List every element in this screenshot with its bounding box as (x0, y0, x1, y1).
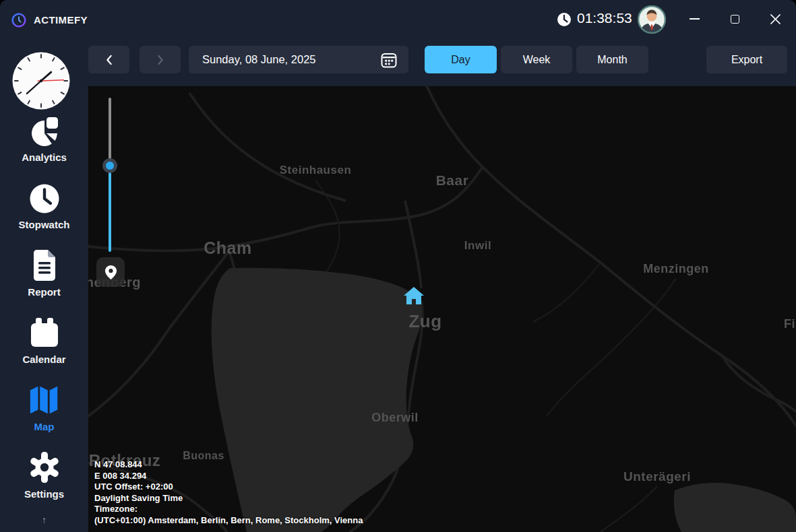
map-place-label: Steinhausen (280, 164, 352, 177)
location-pin-icon (104, 265, 117, 280)
map-info-line: E 008 34.294 (94, 471, 363, 482)
sidebar-item-map[interactable]: Map (0, 384, 88, 448)
sidebar-item-label: Settings (0, 488, 88, 500)
map-place-label: Fi (784, 317, 795, 331)
sidebar-scroll-up-arrow[interactable]: ↑ (0, 514, 88, 525)
pie-chart-icon (28, 114, 61, 147)
close-icon (770, 13, 781, 25)
map-info-line: Timezone: (94, 504, 363, 515)
titlebar: ACTIMEFY 01:38:53 (0, 0, 796, 39)
map-info-line: UTC Offset: +02:00 (94, 481, 363, 493)
sidebar-item-label: Calendar (0, 354, 88, 365)
timeline-slider[interactable] (102, 93, 117, 259)
minimize-button[interactable] (679, 7, 709, 31)
slider-track-upper (109, 98, 111, 166)
chevron-right-icon (156, 54, 165, 66)
map-info-line: Daylight Saving Time (94, 493, 363, 504)
close-button[interactable] (760, 7, 790, 31)
map-place-label: Cham (204, 238, 251, 258)
map-info-line: (UTC+01:00) Amsterdam, Berlin, Bern, Rom… (94, 515, 363, 527)
current-time: 01:38:53 (577, 10, 632, 26)
selected-date: Sunday, 08 June, 2025 (202, 53, 380, 66)
location-pin-button[interactable] (96, 257, 125, 287)
map-place-label: Menzingen (643, 262, 709, 276)
next-day-button[interactable] (140, 46, 181, 73)
slider-track-lower (109, 166, 111, 252)
sidebar-item-stopwatch[interactable]: Stopwatch (0, 183, 88, 248)
slider-handle[interactable] (102, 158, 117, 173)
export-button[interactable]: Export (706, 46, 787, 73)
calendar-icon (28, 317, 61, 349)
map-place-label: Baar (436, 172, 469, 189)
tab-week[interactable]: Week (501, 46, 572, 73)
app-window: ACTIMEFY 01:38:53 (0, 0, 796, 532)
maximize-button[interactable] (720, 7, 749, 31)
calendar-icon (380, 51, 398, 69)
maximize-icon (731, 15, 739, 24)
map-place-label: Inwil (464, 239, 491, 253)
map-place-label: Oberwil (371, 411, 419, 425)
clock-icon (29, 183, 60, 214)
document-icon (31, 249, 58, 281)
analog-clock-widget (11, 51, 71, 110)
map-info-line: N 47 08.844 (94, 459, 363, 471)
sidebar-item-calendar[interactable]: Calendar (0, 317, 88, 381)
home-marker-icon[interactable] (403, 286, 425, 305)
clock-icon (557, 12, 572, 27)
sidebar-item-label: Map (0, 421, 88, 432)
sidebar-item-label: Stopwatch (0, 219, 88, 230)
sidebar-item-label: Report (0, 286, 88, 298)
app-logo-clock-icon (11, 13, 26, 28)
sidebar-item-settings[interactable]: Settings (0, 451, 88, 516)
tab-day[interactable]: Day (425, 46, 497, 73)
chevron-left-icon (104, 54, 114, 66)
date-picker-field[interactable]: Sunday, 08 June, 2025 (189, 46, 408, 73)
sidebar-item-report[interactable]: Report (0, 249, 88, 314)
sidebar-item-analytics[interactable]: Analytics (0, 114, 88, 179)
app-name: ACTIMEFY (34, 14, 88, 26)
gear-icon (28, 451, 61, 484)
map-place-label: Zug (408, 311, 441, 332)
user-avatar[interactable] (638, 5, 666, 34)
map-icon (28, 384, 61, 416)
map-canvas[interactable]: SteinhausenBaarChamInwilMenzingenHünenbe… (88, 86, 796, 532)
minimize-icon (690, 18, 700, 20)
sidebar-item-label: Analytics (0, 152, 88, 163)
tab-month[interactable]: Month (576, 46, 648, 73)
sidebar-nav: Analytics Stopwatch Report (0, 39, 88, 532)
map-info-overlay: N 47 08.844E 008 34.294UTC Offset: +02:0… (94, 459, 363, 527)
map-place-label: Unterägeri (623, 469, 691, 484)
previous-day-button[interactable] (88, 46, 129, 73)
